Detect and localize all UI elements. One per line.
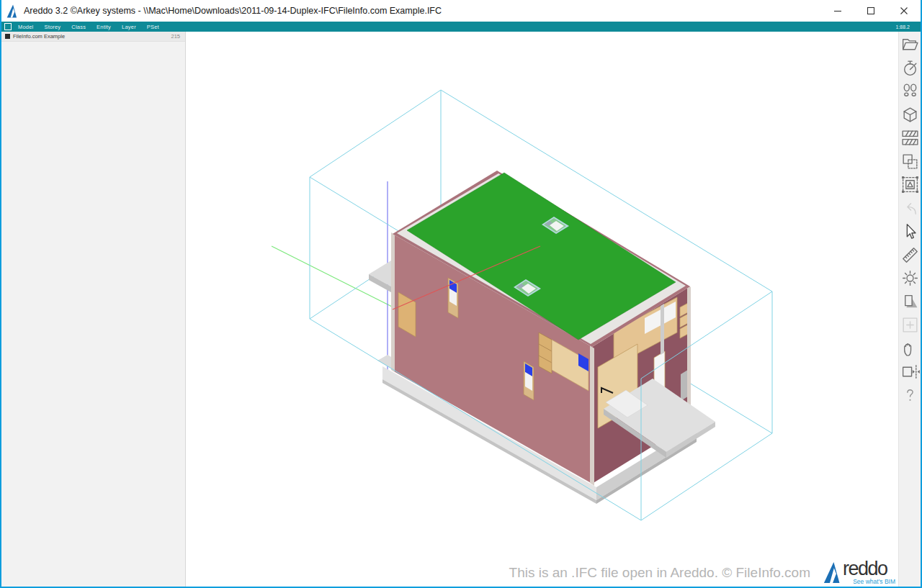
watermark-text: This is an .IFC file open in Areddo. © F…	[509, 565, 810, 581]
shadow-icon[interactable]	[900, 292, 920, 312]
pan-hand-icon[interactable]	[900, 339, 920, 358]
menu-bar: Model Storey Class Entity Layer PSet 1:8…	[1, 22, 921, 32]
help-icon[interactable]	[900, 386, 920, 405]
model-swatch-icon	[5, 34, 10, 39]
tree-item[interactable]: FileInfo.com Example 215	[1, 32, 185, 42]
overlap-squares-icon[interactable]	[900, 152, 920, 171]
brand-tagline: See what's BIM	[853, 578, 895, 585]
title-bar: Areddo 3.2 ©Arkey systems - \\Mac\Home\D…	[1, 0, 921, 22]
window-controls	[821, 0, 921, 22]
menu-model[interactable]: Model	[18, 24, 33, 30]
tree-item-label: FileInfo.com Example	[13, 33, 65, 40]
toolbar	[898, 32, 921, 587]
window-border-left	[0, 0, 1, 588]
add-icon[interactable]	[900, 315, 920, 335]
tree-item-count: 215	[171, 33, 185, 40]
areddo-app-logo-icon	[6, 4, 19, 18]
areddo-brand: reddo See what's BIM	[823, 560, 895, 584]
viewport-3d[interactable]: This is an .IFC file open in Areddo. © F…	[186, 32, 898, 587]
menu-pset[interactable]: PSet	[147, 24, 159, 30]
menu-layer[interactable]: Layer	[122, 24, 136, 30]
scale-indicator: 1:88.2	[896, 24, 910, 30]
close-button[interactable]	[887, 0, 921, 22]
mirror-icon[interactable]	[900, 362, 920, 381]
areddo-window: Areddo 3.2 ©Arkey systems - \\Mac\Home\D…	[0, 0, 922, 588]
zoom-selection-icon[interactable]	[900, 175, 920, 194]
undo-icon[interactable]	[900, 199, 920, 218]
menu-storey[interactable]: Storey	[44, 24, 61, 30]
sun-icon[interactable]	[900, 268, 920, 288]
select-all-checkbox[interactable]	[4, 23, 12, 30]
pointer-icon[interactable]	[900, 222, 920, 241]
menu-class[interactable]: Class	[71, 24, 86, 30]
window-title: Areddo 3.2 ©Arkey systems - \\Mac\Home\D…	[24, 6, 442, 16]
building-model-scene	[186, 32, 898, 587]
cube-3d-icon[interactable]	[900, 105, 920, 125]
minimize-button[interactable]	[821, 0, 854, 22]
brand-text: reddo	[843, 558, 887, 580]
areddo-logo-a-icon	[823, 561, 843, 584]
footprints-icon[interactable]	[900, 81, 920, 101]
model-tree-panel: FileInfo.com Example 215	[1, 32, 186, 587]
open-folder-icon[interactable]	[900, 35, 920, 54]
ruler-icon[interactable]	[900, 245, 920, 265]
stopwatch-icon[interactable]	[900, 58, 920, 78]
maximize-button[interactable]	[854, 0, 887, 22]
menu-entity[interactable]: Entity	[97, 24, 111, 30]
section-layers-icon[interactable]	[900, 128, 920, 148]
